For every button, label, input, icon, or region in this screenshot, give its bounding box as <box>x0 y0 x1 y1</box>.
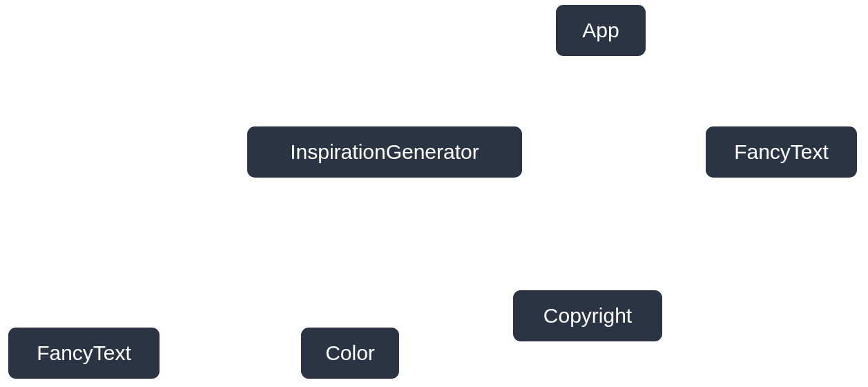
node-fancytext-left: FancyText <box>6 325 162 381</box>
edge-label-inspgen-fancytext: renders? <box>135 232 200 252</box>
node-label: FancyText <box>37 343 131 364</box>
edge-label-app-fancytext: renders <box>670 76 726 95</box>
node-label: FancyText <box>734 142 829 162</box>
node-label: App <box>582 20 619 41</box>
node-app: App <box>554 3 648 58</box>
edge-label-inspgen-copyright: renders <box>532 229 588 249</box>
node-inspiration-generator: InspirationGenerator <box>245 124 524 180</box>
edge-label-app-inspgen: renders <box>464 76 520 95</box>
node-color: Color <box>299 325 401 381</box>
node-label: Color <box>325 343 375 364</box>
node-copyright: Copyright <box>511 288 664 343</box>
node-fancytext-right: FancyText <box>704 124 859 180</box>
component-tree-diagram: App InspirationGenerator FancyText Fancy… <box>0 0 868 387</box>
node-label: Copyright <box>543 305 632 326</box>
edge-label-inspgen-color: renders? <box>278 232 343 252</box>
node-label: InspirationGenerator <box>290 142 479 162</box>
